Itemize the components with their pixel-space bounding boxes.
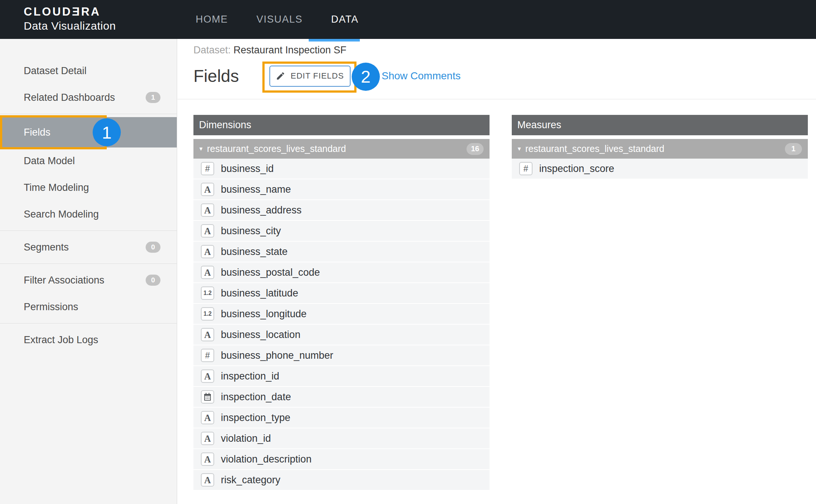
- sidebar-group: Segments 0: [0, 231, 177, 264]
- field-row: A inspection_type: [193, 408, 490, 428]
- measures-panel: Measures ▾ restaurant_scores_lives_stand…: [512, 115, 808, 179]
- sidebar-item-label: Fields: [24, 127, 50, 138]
- count-badge: 0: [146, 242, 160, 253]
- sidebar-item-label: Segments: [24, 242, 69, 253]
- field-row: A business_postal_code: [193, 262, 490, 283]
- field-row: A risk_category: [193, 470, 490, 491]
- dimensions-field-list: # business_id A business_name A business…: [193, 159, 490, 491]
- field-name: business_postal_code: [221, 267, 320, 278]
- field-row: A business_city: [193, 221, 490, 242]
- field-name: business_longitude: [221, 308, 306, 320]
- field-name: violation_description: [221, 454, 312, 465]
- sidebar-group: Dataset Detail Related Dashboards 1: [0, 54, 177, 114]
- field-count-badge: 16: [467, 143, 484, 155]
- field-row: 1.2 business_latitude: [193, 283, 490, 304]
- sidebar-item-segments[interactable]: Segments 0: [0, 234, 177, 261]
- sidebar-group: Extract Job Logs: [0, 324, 177, 356]
- field-row: inspection_date: [193, 387, 490, 408]
- edit-fields-label: EDIT FIELDS: [291, 71, 344, 81]
- sidebar-item-label: Time Modeling: [24, 182, 89, 193]
- sidebar: Dataset Detail Related Dashboards 1 Fiel…: [0, 39, 177, 504]
- sidebar-item-dataset-detail[interactable]: Dataset Detail: [0, 57, 177, 84]
- field-name: violation_id: [221, 433, 271, 444]
- field-count-badge: 1: [785, 143, 802, 155]
- field-type-icon: A: [201, 203, 214, 217]
- sidebar-item-related-dashboards[interactable]: Related Dashboards 1: [0, 84, 177, 111]
- field-row: A business_name: [193, 179, 490, 200]
- dimensions-panel: Dimensions ▾ restaurant_scores_lives_sta…: [193, 115, 490, 491]
- sidebar-item-time-modeling[interactable]: Time Modeling: [0, 174, 177, 201]
- field-type-icon: A: [201, 328, 214, 341]
- field-type-icon: A: [201, 245, 214, 258]
- field-name: business_latitude: [221, 288, 298, 299]
- sidebar-group: Filter Associations 0 Permissions: [0, 264, 177, 324]
- calendar-icon: [203, 392, 212, 401]
- collapse-arrow-icon: ▾: [518, 145, 521, 153]
- field-name: business_city: [221, 225, 281, 237]
- active-tab-underline: [309, 39, 360, 42]
- field-name: inspection_type: [221, 412, 291, 424]
- show-comments-link[interactable]: Show Comments: [382, 70, 461, 82]
- field-row: # business_id: [193, 159, 490, 179]
- field-row: # inspection_score: [512, 159, 808, 179]
- field-type-icon: [201, 390, 214, 404]
- field-name: inspection_score: [539, 163, 614, 175]
- top-bar: CLOUDƎRA Data Visualization HOME VISUALS…: [0, 0, 816, 39]
- field-type-icon: A: [201, 473, 214, 487]
- field-name: risk_category: [221, 474, 281, 486]
- sidebar-item-label: Related Dashboards: [24, 92, 115, 103]
- top-navigation: HOME VISUALS DATA: [196, 0, 359, 39]
- field-row: A business_address: [193, 200, 490, 221]
- nav-tab-home[interactable]: HOME: [196, 14, 228, 25]
- field-name: inspection_date: [221, 391, 291, 403]
- dimensions-panel-header: Dimensions: [193, 115, 490, 135]
- sidebar-item-label: Data Model: [24, 155, 75, 167]
- nav-tab-data[interactable]: DATA: [331, 14, 359, 25]
- field-type-icon: 1.2: [201, 307, 214, 321]
- count-badge: 1: [146, 92, 160, 103]
- field-row: # business_phone_number: [193, 345, 490, 366]
- edit-fields-button-wrapper: EDIT FIELDS 2: [269, 66, 351, 87]
- field-name: inspection_id: [221, 371, 279, 382]
- field-name: business_phone_number: [221, 350, 333, 361]
- field-type-icon: 1.2: [201, 286, 214, 300]
- measures-table-group-row[interactable]: ▾ restaurant_scores_lives_standard 1: [512, 139, 808, 159]
- sidebar-item-data-model[interactable]: Data Model: [0, 147, 177, 174]
- field-type-icon: A: [201, 224, 214, 238]
- field-row: A business_location: [193, 325, 490, 345]
- sidebar-item-permissions[interactable]: Permissions: [0, 294, 177, 320]
- annotation-highlight-box-1: [0, 115, 107, 149]
- table-name: restaurant_scores_lives_standard: [525, 143, 664, 154]
- field-type-icon: A: [201, 183, 214, 196]
- sidebar-item-label: Permissions: [24, 301, 78, 313]
- sidebar-item-fields[interactable]: Fields 1: [0, 117, 177, 147]
- page-title: Fields: [193, 66, 239, 86]
- dataset-label: Dataset:: [193, 44, 231, 56]
- field-type-icon: A: [201, 452, 214, 466]
- count-badge: 0: [146, 275, 160, 286]
- cloudera-logo: CLOUDƎRA Data Visualization: [24, 5, 116, 32]
- field-type-icon: A: [201, 266, 214, 279]
- field-type-icon: A: [201, 369, 214, 383]
- nav-tab-visuals[interactable]: VISUALS: [256, 14, 303, 25]
- field-row: A violation_description: [193, 449, 490, 470]
- field-row: 1.2 business_longitude: [193, 304, 490, 325]
- sidebar-item-search-modeling[interactable]: Search Modeling: [0, 201, 177, 228]
- field-name: business_address: [221, 205, 302, 216]
- dimensions-table-group-row[interactable]: ▾ restaurant_scores_lives_standard 16: [193, 139, 490, 159]
- sidebar-item-filter-associations[interactable]: Filter Associations 0: [0, 267, 177, 294]
- breadcrumb: Dataset: Restaurant Inspection SF: [193, 44, 346, 56]
- field-name: business_location: [221, 329, 301, 341]
- field-type-icon: A: [201, 432, 214, 445]
- edit-fields-button[interactable]: EDIT FIELDS: [269, 66, 351, 87]
- field-name: business_state: [221, 246, 288, 258]
- field-row: A violation_id: [193, 428, 490, 449]
- header-divider: [178, 99, 816, 99]
- annotation-step-1-badge: 1: [93, 118, 121, 146]
- field-type-icon: #: [201, 349, 214, 362]
- field-name: business_name: [221, 184, 291, 195]
- sidebar-item-label: Extract Job Logs: [24, 334, 98, 346]
- sidebar-item-extract-job-logs[interactable]: Extract Job Logs: [0, 326, 177, 353]
- sidebar-item-label: Filter Associations: [24, 275, 105, 286]
- field-type-icon: #: [519, 162, 533, 175]
